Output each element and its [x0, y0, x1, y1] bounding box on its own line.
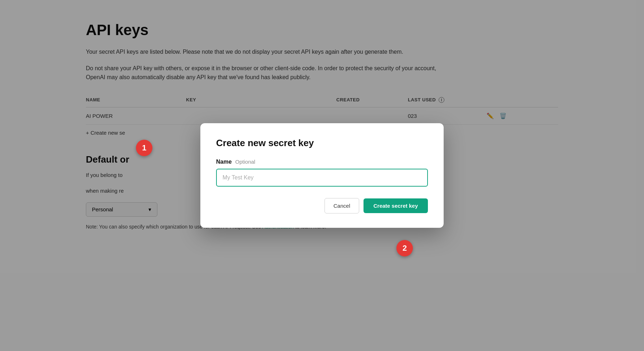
modal-title: Create new secret key — [216, 138, 428, 149]
key-name-input[interactable] — [216, 169, 428, 187]
name-label: Name — [216, 159, 232, 165]
modal-actions: Cancel Create secret key — [216, 198, 428, 213]
name-label-row: Name Optional — [216, 159, 428, 165]
modal-overlay[interactable]: Create new secret key Name Optional Canc… — [0, 0, 644, 351]
name-optional: Optional — [235, 159, 255, 165]
cancel-button[interactable]: Cancel — [325, 198, 359, 213]
create-secret-key-button[interactable]: Create secret key — [364, 198, 428, 213]
create-secret-key-modal: Create new secret key Name Optional Canc… — [200, 123, 444, 228]
annotation-badge-2: 2 — [396, 240, 413, 256]
annotation-badge-1: 1 — [136, 140, 152, 156]
